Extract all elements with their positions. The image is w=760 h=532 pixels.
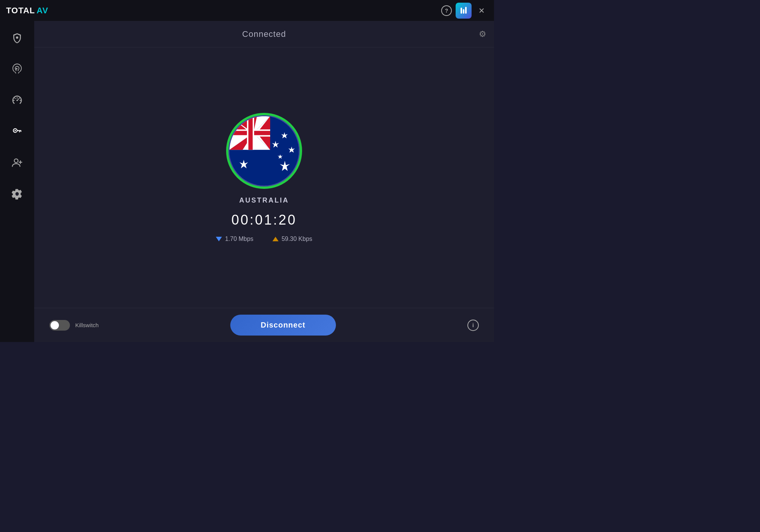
key-vpn-icon	[11, 126, 23, 137]
app-icon-button[interactable]	[456, 3, 472, 19]
svg-rect-1	[463, 9, 464, 14]
logo-av: AV	[36, 6, 48, 16]
shield-icon	[11, 32, 23, 44]
sidebar-item-settings[interactable]	[8, 184, 27, 203]
info-button[interactable]: i	[467, 320, 479, 331]
svg-point-4	[16, 100, 18, 101]
title-bar: TOTAL AV ? ✕	[0, 0, 494, 21]
title-bar-controls: ? ✕	[441, 3, 488, 19]
sidebar	[0, 21, 34, 342]
svg-point-3	[16, 36, 18, 39]
content-area: Connected ⚙	[34, 21, 494, 342]
upload-speed: 59.30 Kbps	[272, 236, 312, 242]
info-icon: i	[472, 322, 474, 328]
disconnect-button[interactable]: Disconnect	[230, 315, 336, 336]
app-icon	[459, 6, 468, 15]
sidebar-item-add-user[interactable]	[8, 153, 27, 172]
sidebar-item-fingerprint[interactable]	[8, 60, 27, 79]
killswitch-toggle[interactable]	[49, 320, 70, 331]
speed-row: 1.70 Mbps 59.30 Kbps	[216, 236, 312, 242]
upload-speed-value: 59.30 Kbps	[282, 236, 312, 242]
connection-timer: 00:01:20	[231, 212, 297, 228]
content-header: Connected ⚙	[34, 21, 494, 48]
add-user-icon	[11, 157, 23, 168]
killswitch-section: Killswitch	[49, 320, 99, 331]
country-name: AUSTRALIA	[239, 196, 289, 204]
vpn-settings-button[interactable]: ⚙	[479, 29, 486, 39]
svg-point-7	[14, 159, 18, 163]
close-button[interactable]: ✕	[475, 5, 488, 17]
logo-total: TOTAL	[6, 6, 35, 16]
upload-arrow-icon	[272, 237, 279, 241]
help-button[interactable]: ?	[441, 5, 452, 16]
sidebar-item-speedometer[interactable]	[8, 91, 27, 110]
svg-rect-2	[465, 7, 467, 14]
speedometer-icon	[11, 95, 23, 106]
sidebar-item-vpn[interactable]	[8, 122, 27, 141]
svg-point-8	[16, 193, 19, 196]
svg-rect-0	[461, 8, 462, 14]
killswitch-label: Killswitch	[75, 322, 99, 328]
app-logo: TOTAL AV	[6, 6, 48, 16]
download-speed-value: 1.70 Mbps	[225, 236, 253, 242]
download-arrow-icon	[216, 237, 222, 241]
download-speed: 1.70 Mbps	[216, 236, 253, 242]
toggle-thumb	[51, 321, 59, 329]
svg-point-6	[14, 130, 16, 131]
australia-flag-svg	[228, 115, 300, 187]
connected-status: Connected	[242, 29, 286, 39]
bottom-bar: Killswitch Disconnect i	[34, 308, 494, 342]
fingerprint-icon	[11, 63, 23, 75]
vpn-main-content: AUSTRALIA 00:01:20 1.70 Mbps 59.30 Kbps	[34, 48, 494, 308]
svg-rect-24	[249, 116, 253, 150]
country-flag[interactable]	[226, 113, 302, 189]
gear-icon	[11, 188, 23, 200]
main-layout: Connected ⚙	[0, 21, 494, 342]
sidebar-item-shield[interactable]	[8, 28, 27, 48]
